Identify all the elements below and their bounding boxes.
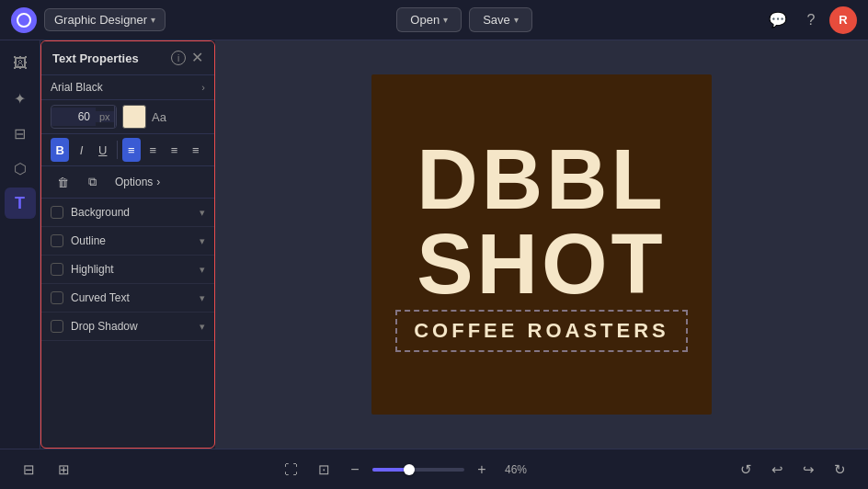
text-case-icon[interactable]: Aa [152,110,166,124]
drop-shadow-label: Drop Shadow [71,320,192,333]
italic-button[interactable]: I [72,138,90,162]
messages-button[interactable]: 💬 [763,6,793,35]
bold-button[interactable]: B [51,138,69,162]
open-button[interactable]: Open ▾ [396,7,462,32]
background-label: Background [71,206,192,219]
sidebar-item-photos[interactable]: 🖼 [5,48,36,79]
sidebar-item-layers[interactable]: ⊟ [5,118,36,149]
drop-shadow-checkbox[interactable] [51,320,63,333]
bold-icon: B [55,143,63,157]
align-center-button[interactable]: ≡ [143,138,162,162]
outline-effect-row[interactable]: Outline ▾ [41,227,214,256]
save-button[interactable]: Save ▾ [469,7,532,32]
size-color-row: px ▲ ▼ Aa [41,100,214,134]
refresh-button[interactable]: ↺ [732,456,760,483]
zoom-percent-label: 46% [499,463,532,476]
zoom-out-icon: − [350,461,359,478]
zoom-in-icon: + [477,461,485,478]
canvas-area: DBBL SHOT COFFEE ROASTERS [215,40,868,449]
grid-view-icon: ⊞ [58,461,70,478]
zoom-slider[interactable] [372,468,464,472]
underline-button[interactable]: U [94,138,112,162]
color-swatch[interactable] [122,105,146,129]
zoom-slider-thumb[interactable] [404,464,415,475]
duplicate-icon: ⧉ [88,175,97,189]
history-button[interactable]: ↻ [826,456,853,483]
font-size-unit: px [96,111,114,122]
undo-icon: ↩ [771,461,783,478]
redo-icon: ↪ [803,461,815,478]
options-button[interactable]: Options › [109,173,166,191]
grid-view-button[interactable]: ⊞ [50,456,77,483]
help-button[interactable]: ? [796,6,826,35]
app-name-label: Graphic Designer [54,13,147,27]
highlight-checkbox[interactable] [51,263,63,276]
undo-button[interactable]: ↩ [763,456,791,483]
background-checkbox[interactable] [51,206,63,219]
topbar-center-controls: Open ▾ Save ▾ [396,7,531,32]
topbar-icons: 💬 ? R [763,6,857,35]
layers-view-button[interactable]: ⊟ [15,456,42,483]
topbar: Graphic Designer ▾ Open ▾ Save ▾ 💬 ? R [0,0,868,40]
drop-shadow-expand-icon: ▾ [200,321,205,333]
app-name-button[interactable]: Graphic Designer ▾ [44,8,166,31]
drop-shadow-effect-row[interactable]: Drop Shadow ▾ [41,313,214,341]
align-left-icon: ≡ [128,143,135,157]
panel-header: Text Properties i ✕ [41,41,214,75]
open-chevron-icon: ▾ [443,15,448,25]
fit-screen-icon: ⛶ [284,461,298,477]
app-logo-icon [11,7,37,33]
sidebar-item-elements[interactable]: ✦ [5,83,36,114]
sidebar-item-shapes[interactable]: ⬡ [5,153,36,184]
properties-panel: Text Properties i ✕ Arial Black › px ▲ ▼… [40,40,215,449]
canvas[interactable]: DBBL SHOT COFFEE ROASTERS [371,74,712,415]
align-right-button[interactable]: ≡ [165,138,183,162]
redo-button[interactable]: ↪ [794,456,822,483]
bottom-bar: ⊟ ⊞ ⛶ ⊡ − + 46% ↺ ↩ ↪ [0,449,868,489]
canvas-text-line2: SHOT [417,222,667,306]
align-left-button[interactable]: ≡ [122,138,141,162]
font-size-up-button[interactable]: ▲ [115,106,117,117]
photos-icon: 🖼 [13,55,28,72]
layers-view-icon: ⊟ [23,461,35,478]
canvas-text-bottom-wrap: COFFEE ROASTERS [395,310,688,352]
panel-title: Text Properties [52,51,166,65]
font-selector-row[interactable]: Arial Black › [41,75,214,100]
curved-text-expand-icon: ▾ [200,292,205,304]
delete-button[interactable]: 🗑 [51,170,74,194]
background-effect-row[interactable]: Background ▾ [41,199,214,227]
elements-icon: ✦ [14,90,26,108]
align-right-icon: ≡ [171,143,178,157]
outline-checkbox[interactable] [51,234,63,247]
app-name-chevron-icon: ▾ [151,15,155,25]
zoom-out-button[interactable]: − [343,458,367,482]
crop-button[interactable]: ⊡ [310,456,337,483]
canvas-text-line3[interactable]: COFFEE ROASTERS [395,310,688,352]
options-label: Options [115,176,153,188]
messages-icon: 💬 [769,11,787,28]
font-size-down-button[interactable]: ▼ [115,117,117,128]
info-icon[interactable]: i [171,51,186,65]
curved-text-effect-row[interactable]: Curved Text ▾ [41,284,214,313]
zoom-in-button[interactable]: + [470,458,494,482]
font-size-input[interactable] [51,108,96,126]
curved-text-label: Curved Text [71,291,192,304]
help-icon: ? [807,12,816,28]
highlight-expand-icon: ▾ [200,264,205,276]
outline-label: Outline [71,234,192,247]
fit-screen-button[interactable]: ⛶ [277,456,304,483]
panel-close-button[interactable]: ✕ [191,51,203,65]
duplicate-button[interactable]: ⧉ [80,170,104,194]
highlight-effect-row[interactable]: Highlight ▾ [41,256,214,284]
outline-expand-icon: ▾ [200,235,205,247]
zoom-controls: ⛶ ⊡ − + 46% [277,456,532,483]
action-row: 🗑 ⧉ Options › [41,166,214,199]
save-chevron-icon: ▾ [514,15,519,25]
sidebar-item-text[interactable]: T [5,188,36,219]
font-size-stepper: ▲ ▼ [114,106,117,128]
align-justify-icon: ≡ [192,143,200,157]
curved-text-checkbox[interactable] [51,291,63,304]
avatar[interactable]: R [829,6,857,34]
align-justify-button[interactable]: ≡ [187,138,205,162]
layers-icon: ⊟ [14,125,26,142]
